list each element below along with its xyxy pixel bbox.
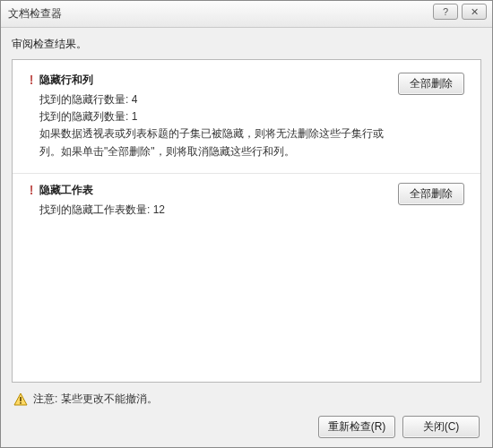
svg-rect-2 — [20, 402, 22, 404]
result-detail-line: 找到的隐藏工作表数量: 12 — [39, 202, 391, 219]
remove-all-button[interactable]: 全部删除 — [398, 73, 464, 95]
alert-icon: ! — [23, 183, 39, 196]
result-title: 隐藏工作表 — [39, 183, 391, 198]
result-detail-line: 如果数据透视表或列表标题的子集已被隐藏，则将无法删除这些子集行或列。如果单击"全… — [39, 125, 391, 159]
results-panel: ! 隐藏行和列 找到的隐藏行数量: 4 找到的隐藏列数量: 1 如果数据透视表或… — [12, 59, 481, 383]
result-content: 隐藏工作表 找到的隐藏工作表数量: 12 — [39, 183, 398, 219]
result-item-hidden-sheets: ! 隐藏工作表 找到的隐藏工作表数量: 12 全部删除 — [13, 174, 480, 231]
alert-icon: ! — [23, 73, 39, 86]
result-content: 隐藏行和列 找到的隐藏行数量: 4 找到的隐藏列数量: 1 如果数据透视表或列表… — [39, 73, 398, 160]
warning-icon — [13, 392, 28, 407]
result-action: 全部删除 — [398, 73, 470, 95]
help-icon: ? — [443, 6, 448, 17]
footer-note: 注意: 某些更改不能撤消。 — [12, 383, 481, 412]
results-heading: 审阅检查结果。 — [12, 37, 481, 52]
footer-note-text: 注意: 某些更改不能撤消。 — [33, 392, 158, 407]
svg-rect-1 — [20, 397, 22, 401]
reinspect-button[interactable]: 重新检查(R) — [318, 416, 395, 438]
window-title: 文档检查器 — [8, 6, 62, 22]
dialog-body: 审阅检查结果。 ! 隐藏行和列 找到的隐藏行数量: 4 找到的隐藏列数量: 1 … — [1, 28, 492, 447]
close-window-button[interactable]: ✕ — [462, 4, 487, 20]
help-button[interactable]: ? — [433, 4, 458, 20]
result-item-hidden-rows-cols: ! 隐藏行和列 找到的隐藏行数量: 4 找到的隐藏列数量: 1 如果数据透视表或… — [13, 64, 480, 174]
titlebar-buttons: ? ✕ — [433, 4, 487, 20]
close-button[interactable]: 关闭(C) — [402, 416, 480, 438]
remove-all-button[interactable]: 全部删除 — [398, 183, 464, 205]
result-action: 全部删除 — [398, 183, 470, 205]
result-detail-line: 找到的隐藏列数量: 1 — [39, 108, 391, 125]
result-title: 隐藏行和列 — [39, 73, 391, 88]
footer-buttons: 重新检查(R) 关闭(C) — [12, 412, 481, 440]
result-detail-line: 找到的隐藏行数量: 4 — [39, 91, 391, 108]
close-icon: ✕ — [471, 6, 479, 18]
document-inspector-dialog: 文档检查器 ? ✕ 审阅检查结果。 ! 隐藏行和列 找到的隐藏行数量: 4 找到… — [0, 0, 493, 448]
titlebar: 文档检查器 ? ✕ — [1, 1, 492, 28]
